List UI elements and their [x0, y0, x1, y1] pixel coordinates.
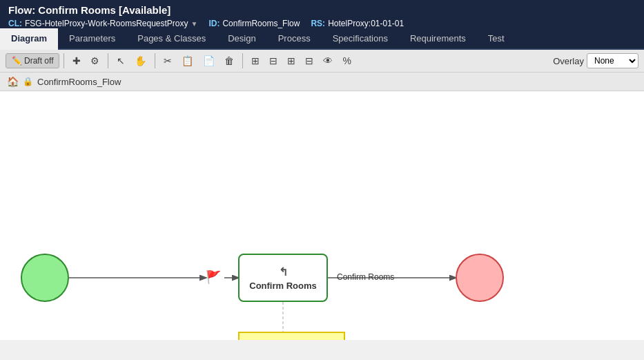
copy-button[interactable]: 📋 — [177, 53, 197, 69]
lock-icon: 🔒 — [23, 77, 33, 86]
tab-process[interactable]: Process — [267, 28, 322, 50]
toolbar-separator-3 — [155, 53, 155, 68]
select-tool-button[interactable]: ↖ — [113, 53, 129, 69]
draft-icon: ✏️ — [12, 56, 22, 66]
id-meta: ID: ConfirmRooms_Flow — [208, 19, 300, 28]
tab-requirements[interactable]: Requirements — [399, 28, 477, 50]
tab-design[interactable]: Design — [217, 28, 266, 50]
toolbar-separator-1 — [64, 53, 64, 68]
start-node — [21, 254, 69, 302]
pan-tool-button[interactable]: ✋ — [130, 53, 150, 69]
grid-button[interactable]: ⊞ — [283, 53, 300, 69]
cut-button[interactable]: ✂ — [159, 53, 176, 69]
cl-dropdown-icon[interactable]: ▼ — [191, 20, 198, 28]
tab-test[interactable]: Test — [477, 28, 516, 50]
distribute-button[interactable]: ⊟ — [265, 53, 282, 69]
paste-button[interactable]: 📄 — [199, 53, 219, 69]
breadcrumb-flow-id: ConfirmRooms_Flow — [37, 77, 121, 87]
toolbar-separator-4 — [242, 53, 243, 68]
toolbar-separator-2 — [108, 53, 108, 68]
tab-specifications[interactable]: Specifications — [322, 28, 399, 50]
task-icon: ↰ — [279, 265, 288, 278]
task-label: Confirm Rooms — [249, 281, 317, 291]
overlay-select[interactable]: None — [587, 53, 638, 68]
page-title: Flow: Confirm Rooms [Available] — [8, 4, 636, 19]
note-box[interactable]: Hacked to say contact is Admin@HotelProx… — [238, 332, 345, 340]
table-button[interactable]: ⊟ — [301, 53, 318, 69]
task-box-confirm-rooms[interactable]: ↰ Confirm Rooms — [238, 254, 328, 302]
tab-pages-classes[interactable]: Pages & Classes — [126, 28, 217, 50]
flag-marker: 🚩 — [206, 269, 221, 285]
tab-diagram[interactable]: Diagram — [0, 28, 58, 50]
diagram-canvas: 🚩 ↰ Confirm Rooms Confirm Rooms Hacked t… — [0, 91, 644, 340]
home-icon[interactable]: 🏠 — [7, 76, 19, 87]
delete-button[interactable]: 🗑 — [220, 53, 238, 69]
settings-button[interactable]: ⚙ — [86, 53, 104, 69]
breadcrumb: 🏠 🔒 ConfirmRooms_Flow — [0, 73, 644, 91]
tab-bar: Diagram Parameters Pages & Classes Desig… — [0, 28, 644, 50]
draft-off-button[interactable]: ✏️ Draft off — [6, 53, 59, 68]
rs-meta: RS: HotelProxy:01-01-01 — [311, 19, 404, 28]
overlay-section: Overlay None — [553, 53, 638, 68]
view-button[interactable]: 👁 — [319, 53, 337, 69]
connector-label: Confirm Rooms — [337, 272, 394, 282]
end-node — [456, 254, 504, 302]
align-button[interactable]: ⊞ — [247, 53, 264, 69]
header: Flow: Confirm Rooms [Available] CL: FSG-… — [0, 0, 644, 28]
cl-meta: CL: FSG-HotelProxy-Work-RoomsRequestProx… — [8, 19, 197, 28]
percent-button[interactable]: % — [338, 53, 355, 69]
connectors-svg — [0, 91, 644, 340]
toolbar: ✏️ Draft off ✚ ⚙ ↖ ✋ ✂ 📋 📄 🗑 ⊞ ⊟ ⊞ ⊟ 👁 %… — [0, 50, 644, 73]
add-button[interactable]: ✚ — [68, 53, 85, 69]
tab-parameters[interactable]: Parameters — [58, 28, 126, 50]
